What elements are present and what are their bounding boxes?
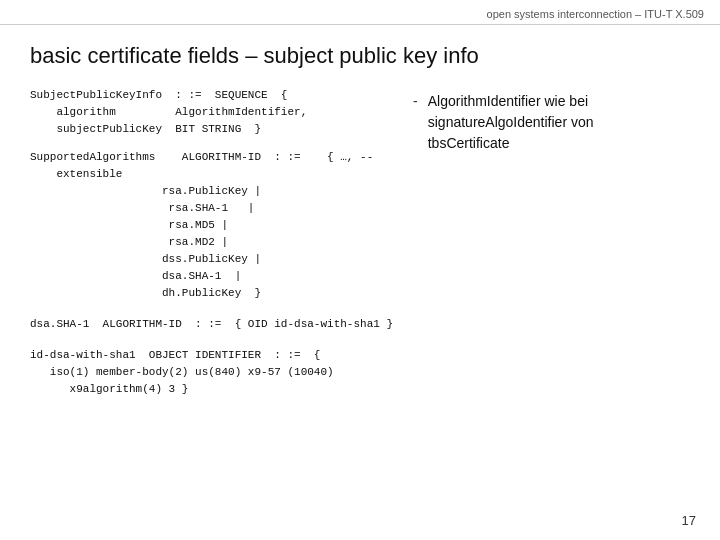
slide-content: basic certificate fields – subject publi…: [0, 25, 720, 408]
code-block-1: SubjectPublicKeyInfo : := SEQUENCE { alg…: [30, 87, 393, 138]
code-block-4: id-dsa-with-sha1 OBJECT IDENTIFIER : := …: [30, 347, 393, 398]
right-column: - AlgorithmIdentifier wie bei signatureA…: [413, 87, 690, 398]
right-description: AlgorithmIdentifier wie bei signatureAlg…: [428, 91, 594, 154]
page-number: 17: [682, 513, 696, 528]
left-column: SubjectPublicKeyInfo : := SEQUENCE { alg…: [30, 87, 393, 398]
code-block-3: dsa.SHA-1 ALGORITHM-ID : := { OID id-dsa…: [30, 316, 393, 333]
header-text: open systems interconnection – ITU-T X.5…: [487, 8, 704, 20]
right-line1: AlgorithmIdentifier wie bei: [428, 93, 588, 109]
right-dash: -: [413, 91, 418, 109]
right-line2: signatureAlgoIdentifier von: [428, 114, 594, 130]
header-bar: open systems interconnection – ITU-T X.5…: [0, 0, 720, 25]
main-body: SubjectPublicKeyInfo : := SEQUENCE { alg…: [30, 87, 690, 398]
code-block-2: SupportedAlgorithms ALGORITHM-ID : := { …: [30, 149, 393, 302]
right-line3: tbsCertificate: [428, 135, 510, 151]
slide-title: basic certificate fields – subject publi…: [30, 43, 690, 69]
